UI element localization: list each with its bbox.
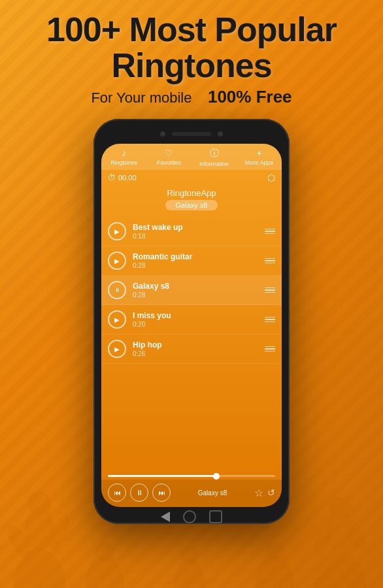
song-duration-4: 0:20 (133, 321, 265, 328)
song-info-3: Galaxy s8 0:28 (133, 282, 265, 299)
tab-information[interactable]: ⓘ Information (192, 148, 237, 167)
menu-icon-3[interactable] (265, 287, 275, 293)
home-button[interactable] (183, 510, 196, 523)
menu-icon-1[interactable] (265, 229, 275, 235)
tab-more-apps[interactable]: + More Apps (237, 148, 282, 167)
share-icon[interactable]: ⬡ (267, 172, 275, 183)
progress-section[interactable] (101, 472, 282, 480)
menu-icon-4[interactable] (265, 317, 275, 323)
song-info-1: Best wake up 0:18 (133, 223, 265, 240)
player-controls: ⏮ ⏸ ⏭ Galaxy s8 ☆ ↺ (101, 480, 282, 507)
song-title-4: I miss you (133, 311, 265, 320)
menu-icon-5[interactable] (265, 346, 275, 352)
progress-fill (108, 475, 216, 477)
information-icon: ⓘ (210, 148, 219, 159)
sleep-timer-icon[interactable]: ↺ (267, 487, 275, 498)
song-list: ▶ Best wake up 0:18 ▶ Romantic guitar 0:… (101, 214, 282, 472)
play-button-1[interactable]: ▶ (108, 222, 126, 240)
back-button[interactable] (161, 512, 170, 522)
song-duration-3: 0:28 (133, 291, 265, 299)
song-item[interactable]: ▶ Hip hop 0:26 (101, 335, 282, 364)
sub-headline: For Your mobile 100% Free (13, 87, 370, 107)
app-name: RingtoneApp (101, 188, 282, 198)
rewind-button[interactable]: ⏮ (108, 483, 126, 502)
timer-display: ⏱ 00.00 (108, 173, 137, 182)
play-pause-button[interactable]: ⏸ (130, 483, 148, 502)
timer-value: 00.00 (118, 174, 137, 182)
sub-headline-start: For Your mobile (91, 90, 192, 106)
phone-mockup: ♪ Ringtones ♡ Favorites ⓘ Information + … (93, 119, 290, 524)
free-text: 100% Free (208, 87, 292, 106)
progress-thumb (213, 473, 220, 480)
player-track-name: Galaxy s8 (175, 489, 250, 497)
header-section: 100+ Most Popular Ringtones For Your mob… (0, 0, 383, 112)
device-badge: Galaxy s8 (165, 200, 218, 210)
play-button-5[interactable]: ▶ (108, 340, 126, 358)
song-title-1: Best wake up (133, 223, 265, 232)
tab-ringtones[interactable]: ♪ Ringtones (101, 148, 146, 167)
svg-point-11 (95, 542, 114, 562)
song-title-2: Romantic guitar (133, 252, 265, 261)
song-item[interactable]: ▶ Best wake up 0:18 (101, 217, 282, 246)
song-title-3: Galaxy s8 (133, 282, 265, 291)
song-item-playing[interactable]: ⏸ Galaxy s8 0:28 (101, 276, 282, 305)
svg-point-13 (265, 542, 284, 562)
svg-point-5 (314, 552, 366, 588)
song-duration-1: 0:18 (133, 233, 265, 240)
favorite-star-icon[interactable]: ☆ (254, 487, 263, 499)
song-duration-2: 0:28 (133, 262, 265, 269)
phone-container: ♪ Ringtones ♡ Favorites ⓘ Information + … (0, 119, 383, 524)
phone-bottom-nav (101, 510, 282, 524)
timer-icon: ⏱ (108, 173, 116, 182)
song-info-2: Romantic guitar 0:28 (133, 252, 265, 269)
more-apps-icon: + (256, 148, 261, 158)
song-info-4: I miss you 0:20 (133, 311, 265, 328)
song-item[interactable]: ▶ Romantic guitar 0:28 (101, 246, 282, 276)
song-info-5: Hip hop 0:26 (133, 340, 265, 357)
song-title-5: Hip hop (133, 340, 265, 350)
pause-button-3[interactable]: ⏸ (108, 281, 126, 299)
tab-ringtones-label: Ringtones (110, 159, 137, 166)
progress-bar[interactable] (108, 475, 275, 477)
svg-point-15 (180, 546, 199, 564)
tab-favorites[interactable]: ♡ Favorites (146, 148, 192, 167)
tab-bar: ♪ Ringtones ♡ Favorites ⓘ Information + … (101, 144, 282, 170)
favorites-icon: ♡ (165, 148, 173, 158)
tab-favorites-label: Favorites (157, 159, 181, 166)
ringtones-icon: ♪ (122, 148, 126, 158)
phone-camera-left (160, 131, 165, 137)
phone-top-bar (101, 127, 282, 141)
tab-information-label: Information (199, 161, 229, 167)
main-headline: 100+ Most Popular Ringtones (13, 12, 370, 83)
phone-screen: ♪ Ringtones ♡ Favorites ⓘ Information + … (101, 144, 282, 507)
fast-forward-button[interactable]: ⏭ (152, 483, 171, 502)
recent-button[interactable] (209, 510, 222, 523)
play-button-4[interactable]: ▶ (108, 310, 126, 329)
phone-speaker (172, 132, 211, 136)
phone-camera-right (218, 131, 223, 137)
status-row: ⏱ 00.00 ⬡ (101, 170, 282, 186)
now-playing-section: RingtoneApp Galaxy s8 (101, 186, 282, 214)
song-duration-5: 0:26 (133, 350, 265, 357)
menu-icon-2[interactable] (265, 258, 275, 264)
play-button-2[interactable]: ▶ (108, 252, 126, 270)
tab-more-apps-label: More Apps (245, 159, 273, 166)
song-item[interactable]: ▶ I miss you 0:20 (101, 305, 282, 335)
